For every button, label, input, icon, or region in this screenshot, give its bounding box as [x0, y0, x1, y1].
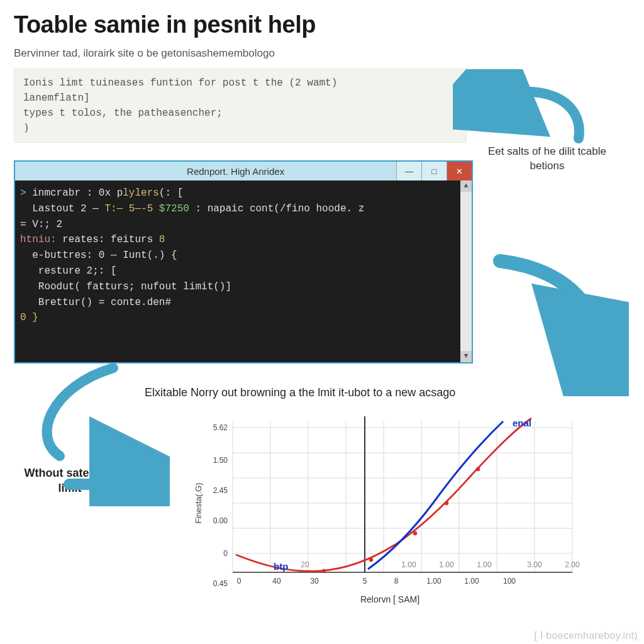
term-l4a: htniu:: [20, 234, 57, 245]
xtick-7: 100: [503, 577, 516, 586]
term-l4b: reates: feiturs: [57, 234, 159, 245]
term-l1d: (: [: [159, 187, 183, 199]
term-l2c: $7250: [159, 203, 189, 214]
mid-caption: Elxitable Norry out browning a the lmit …: [145, 386, 455, 399]
terminal-titlebar: Rednport. High Anridex — □ ✕: [15, 162, 472, 180]
code-block-light: Ionis limt tuineases funtion for post t …: [14, 69, 467, 143]
scroll-up-icon[interactable]: ▲: [460, 180, 472, 192]
svg-point-20: [369, 558, 373, 562]
term-l6: resture 2;: [: [20, 265, 117, 277]
code-light-l1: Ionis limt tuineases funtion for post t …: [23, 77, 337, 89]
xtick-3: 5: [363, 577, 367, 586]
term-l2b: T:— 5—-5: [104, 203, 158, 214]
arrow-bottom-left: [25, 362, 170, 506]
svg-point-19: [322, 569, 326, 573]
ylabel: Finesta(.G): [194, 482, 203, 523]
minimize-button[interactable]: —: [396, 162, 421, 180]
xtick-0: 0: [237, 577, 242, 586]
ytick-4: 1.50: [213, 456, 228, 465]
term-l4c: 8: [159, 234, 165, 245]
terminal-scrollbar[interactable]: ▲ ▼: [460, 180, 472, 362]
terminal-body: > inmcrabr : 0x plylers(: [ Lastout 2 — …: [15, 180, 472, 362]
xtick-5: 1.00: [426, 577, 441, 586]
term-l9: 0 }: [20, 312, 38, 323]
term-l7: Roodut( fatturs; nufout limit()]: [20, 281, 231, 292]
ytick-5: 5.62: [213, 423, 228, 432]
term-l1c: lylers: [123, 187, 159, 199]
xtick2-4: 3.00: [527, 560, 542, 569]
legend-enal: enal: [513, 418, 531, 428]
close-button[interactable]: ✕: [447, 162, 472, 180]
scroll-down-icon[interactable]: ▼: [460, 351, 472, 362]
terminal-title: Rednport. High Anridex: [187, 166, 284, 177]
term-l2d: : napaic cont(/fino hoode. z: [189, 203, 364, 214]
xtick-2: 30: [310, 577, 319, 586]
xtick2-0: 20: [301, 560, 309, 569]
term-l2a: Lastout 2 —: [20, 203, 104, 214]
window-controls: — □ ✕: [396, 162, 472, 180]
term-l5: e-buttres: 0 — Iunt(.) {: [20, 250, 177, 261]
legend-btp: btp: [274, 561, 288, 572]
code-light-l4: ): [23, 123, 30, 134]
ytick-2: 0.00: [213, 516, 228, 525]
ytick-1: 0: [223, 549, 228, 558]
svg-point-22: [445, 501, 448, 505]
ytick-3: 2.45: [213, 486, 228, 495]
maximize-button[interactable]: □: [421, 162, 447, 180]
xlabel: Relorvn [ SAM]: [360, 594, 419, 604]
ytick-0: 0.45: [213, 579, 228, 588]
subtitle: Bervinner tad, ilorairk site o be getoni…: [14, 47, 630, 60]
callout-right-1: Eet salts of he dilit tcable betions: [484, 145, 610, 174]
term-prompt-icon: >: [20, 187, 26, 199]
xtick2-2: 1.00: [439, 560, 454, 569]
xtick-4: 8: [394, 577, 399, 586]
svg-point-23: [476, 467, 480, 471]
series-enal: [368, 421, 503, 569]
code-light-l3: types t tolos, the patheasencher;: [23, 108, 223, 119]
arrow-right-down: [491, 252, 629, 396]
term-l8: Brettur() = conte.den#: [20, 297, 171, 308]
term-l3: = V:; 2: [20, 219, 62, 230]
watermark: [ I boecemhareboy.int): [534, 630, 638, 641]
xtick2-1: 1.00: [401, 560, 416, 569]
svg-point-21: [413, 531, 417, 535]
page-title: Toable samie in pesnit help: [14, 11, 630, 38]
xtick-6: 1.00: [464, 577, 479, 586]
terminal-window: Rednport. High Anridex — □ ✕ > inmcrabr …: [14, 160, 473, 364]
code-light-l2: lanemflatn]: [23, 92, 90, 104]
arrow-top-right: [453, 69, 597, 145]
xtick2-5: 2.00: [565, 560, 580, 569]
term-l1b: inmcrabr : 0x p: [26, 187, 123, 199]
xtick-1: 40: [272, 577, 281, 586]
xtick2-3: 1.00: [477, 560, 492, 569]
chart: 5.62 1.50 2.45 0.00 0 0.45 0 40 30 5 8 1…: [182, 409, 591, 623]
